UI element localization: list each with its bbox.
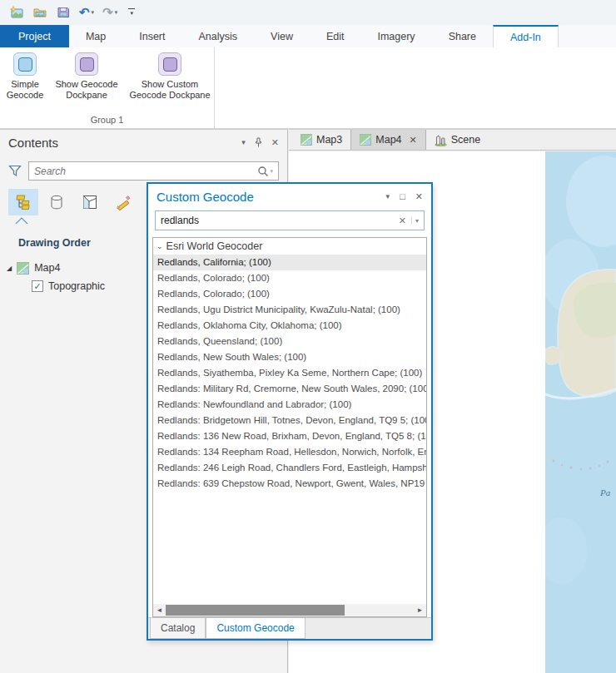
quick-access-toolbar: ↶ ▾ ↷ ▾ ▾ — [0, 0, 616, 25]
close-tab-icon[interactable]: ✕ — [410, 135, 417, 146]
open-project-icon[interactable] — [30, 4, 50, 21]
new-project-icon[interactable] — [7, 4, 27, 21]
ribbon-tab-bar: Project Map Insert Analysis View Edit Im… — [0, 25, 616, 47]
result-item[interactable]: Redlands: 639 Chepstow Road, Newport, Gw… — [153, 476, 426, 492]
result-item[interactable]: Redlands, Ugu District Municipality, Kwa… — [153, 302, 426, 318]
geocode-search-box[interactable]: ✕ ▾ — [155, 210, 425, 230]
bottom-tab-custom-geocode[interactable]: Custom Geocode — [206, 618, 305, 639]
layer-checkbox[interactable]: ✓ — [32, 280, 43, 292]
search-icon[interactable] — [257, 166, 269, 177]
bottom-tab-catalog[interactable]: Catalog — [150, 618, 206, 639]
active-tab-caret-icon — [15, 217, 28, 224]
geocoder-group-header[interactable]: ⌄ Esri World Geocoder — [153, 238, 426, 255]
geocode-menu-icon[interactable]: ▾ — [386, 192, 390, 200]
simple-geocode-button[interactable]: Simple Geocode — [3, 52, 47, 101]
result-item[interactable]: Redlands, New South Wales; (100) — [153, 349, 426, 365]
result-item[interactable]: Redlands: Newfoundland and Labrador; (10… — [153, 397, 426, 413]
basemap: Pa — [545, 151, 616, 673]
tab-edit[interactable]: Edit — [310, 25, 361, 47]
tab-map[interactable]: Map — [69, 25, 122, 47]
contents-close-icon[interactable]: ✕ — [271, 137, 279, 148]
geocode-float-icon[interactable]: □ — [400, 191, 405, 201]
result-item[interactable]: Redlands, Queensland; (100) — [153, 334, 426, 349]
redo-icon: ↷ — [102, 7, 113, 18]
geocode-results-box: ⌄ Esri World Geocoder Redlands, Californ… — [152, 237, 427, 617]
contents-pin-icon[interactable] — [254, 137, 263, 148]
map-thumb-icon — [360, 134, 371, 146]
result-item[interactable]: Redlands, Colorado; (100) — [153, 286, 426, 302]
tab-analysis[interactable]: Analysis — [182, 25, 255, 47]
result-item[interactable]: Redlands, California; (100) — [153, 255, 426, 270]
tab-project[interactable]: Project — [0, 25, 69, 47]
simple-geocode-icon — [13, 52, 37, 76]
contents-menu-icon[interactable]: ▾ — [241, 138, 246, 146]
geocode-search-row: ✕ ▾ — [148, 209, 431, 237]
undo-dropdown-icon[interactable]: ▾ — [92, 9, 95, 16]
geocode-pane-title: Custom Geocode — [156, 190, 376, 204]
geocode-titlebar[interactable]: Custom Geocode ▾ □ ✕ — [148, 184, 431, 209]
custom-geocode-dockpane-icon — [158, 52, 181, 76]
scene-icon — [435, 134, 447, 146]
map-thumb-icon — [301, 134, 312, 146]
result-item[interactable]: Redlands, Oklahoma City, Oklahoma; (100) — [153, 318, 426, 334]
contents-search-row: ▾ — [0, 155, 287, 184]
scroll-right-icon[interactable]: ► — [414, 604, 426, 616]
list-by-selection-icon[interactable] — [75, 189, 105, 215]
tab-add-in[interactable]: Add-In — [493, 25, 559, 47]
clear-search-icon[interactable]: ✕ — [394, 215, 411, 226]
geocode-results-list: ⌄ Esri World Geocoder Redlands, Californ… — [153, 238, 426, 604]
customize-qat-icon[interactable]: ▾ — [128, 8, 135, 17]
contents-pane-header: Contents ▾ ✕ — [0, 130, 287, 155]
result-item[interactable]: Redlands: 136 New Road, Brixham, Devon, … — [153, 428, 426, 444]
result-item[interactable]: Redlands, Siyathemba, Pixley Ka Seme, No… — [153, 365, 426, 381]
undo-button[interactable]: ↶ ▾ — [77, 5, 97, 20]
list-by-data-source-icon[interactable] — [42, 189, 72, 215]
geocode-close-icon[interactable]: ✕ — [415, 191, 423, 202]
contents-search-box[interactable]: ▾ — [28, 161, 279, 181]
result-item[interactable]: Redlands, Colorado; (100) — [153, 270, 426, 286]
scrollbar-track[interactable] — [166, 604, 414, 616]
collapse-icon[interactable]: ⌄ — [156, 242, 163, 250]
expander-icon[interactable]: ◢ — [7, 265, 12, 272]
tab-share[interactable]: Share — [432, 25, 493, 47]
contents-pane-title: Contents — [8, 136, 233, 150]
search-dropdown-icon[interactable]: ▾ — [270, 168, 273, 175]
horizontal-scrollbar[interactable]: ◄ ► — [153, 604, 426, 616]
result-item[interactable]: Redlands: 246 Leigh Road, Chandlers Ford… — [153, 460, 426, 476]
list-by-drawing-order-icon[interactable] — [8, 189, 38, 215]
tab-imagery[interactable]: Imagery — [360, 25, 431, 47]
tab-insert[interactable]: Insert — [122, 25, 181, 47]
show-geocode-dockpane-button[interactable]: Show Geocode Dockpane — [52, 52, 122, 101]
ocean-label: Pa — [599, 487, 611, 497]
ribbon-group-1: Simple Geocode Show Geocode Dockpane Sho… — [0, 47, 215, 128]
geocode-search-input[interactable] — [161, 215, 394, 226]
view-tab-map4[interactable]: Map4 ✕ — [350, 130, 426, 150]
ribbon-group-label: Group 1 — [0, 115, 214, 128]
map-thumb-icon — [17, 262, 29, 275]
tree-item-label: Topographic — [48, 280, 105, 292]
save-project-icon[interactable] — [53, 4, 73, 21]
search-history-dropdown-icon[interactable]: ▾ — [411, 217, 419, 225]
ribbon: Simple Geocode Show Geocode Dockpane Sho… — [0, 47, 616, 129]
redo-button[interactable]: ↷ ▾ — [100, 5, 120, 20]
show-custom-geocode-dockpane-button[interactable]: Show Custom Geocode Dockpane — [127, 52, 213, 101]
custom-geocode-pane: Custom Geocode ▾ □ ✕ ✕ ▾ ⌄ Esri World Ge… — [147, 182, 433, 641]
geocode-dockpane-icon — [75, 52, 98, 76]
result-item[interactable]: Redlands: 134 Reepham Road, Hellesdon, N… — [153, 444, 426, 460]
view-tab-scene[interactable]: Scene — [426, 130, 489, 150]
scrollbar-thumb[interactable] — [166, 605, 345, 616]
contents-search-input[interactable] — [34, 166, 257, 177]
result-item[interactable]: Redlands: Military Rd, Cremorne, New Sou… — [153, 381, 426, 397]
geocode-bottom-tabbar: Catalog Custom Geocode — [148, 617, 431, 639]
list-by-editing-icon[interactable] — [108, 189, 138, 215]
scroll-left-icon[interactable]: ◄ — [153, 604, 166, 616]
view-tab-bar: Map3 Map4 ✕ Scene — [289, 129, 616, 151]
result-item[interactable]: Redlands: Bridgetown Hill, Totnes, Devon… — [153, 413, 426, 428]
filter-icon[interactable] — [8, 165, 22, 177]
undo-icon: ↶ — [79, 7, 90, 18]
redo-dropdown-icon[interactable]: ▾ — [115, 9, 118, 16]
tree-item-label: Map4 — [34, 262, 60, 274]
tab-view[interactable]: View — [254, 25, 310, 47]
view-tab-map3[interactable]: Map3 — [292, 130, 350, 150]
